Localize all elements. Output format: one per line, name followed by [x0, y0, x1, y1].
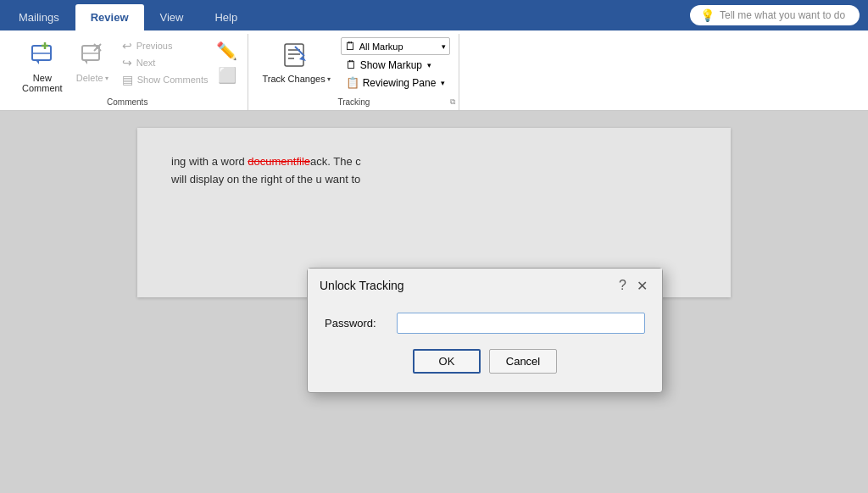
tab-review[interactable]: Review	[75, 4, 144, 30]
delete-button[interactable]: Delete ▾	[71, 37, 114, 100]
show-markup-icon: 🗒	[346, 58, 357, 71]
previous-icon: ↩	[122, 39, 132, 53]
previous-button[interactable]: ↩ Previous	[117, 37, 214, 54]
show-markup-label: Show Markup	[360, 59, 422, 71]
dialog-ok-button[interactable]: OK	[413, 349, 481, 374]
tab-mailings[interactable]: Mailings	[3, 4, 75, 30]
delete-icon	[79, 41, 106, 71]
dialog-controls: ? ✕	[619, 277, 650, 294]
comments-group-label: Comments	[7, 97, 248, 107]
ribbon-body: New Comment Delete ▾	[0, 30, 868, 111]
delete-label: Delete	[76, 73, 103, 83]
dialog-buttons: OK Cancel	[325, 346, 645, 384]
tracking-expand-icon[interactable]: ⧉	[450, 97, 455, 107]
tab-help[interactable]: Help	[199, 4, 253, 30]
all-markup-arrow: ▾	[442, 42, 446, 51]
dialog-help-icon[interactable]: ?	[619, 278, 626, 293]
all-markup-icon: 🗒	[345, 40, 356, 53]
next-button[interactable]: ↪ Next	[117, 54, 214, 71]
comment-nav-col: ↩ Previous ↪ Next ▤ Show Comments	[117, 37, 214, 105]
track-changes-label: Track Changes	[262, 74, 325, 84]
search-bar[interactable]: 💡 Tell me what you want to do	[690, 5, 860, 25]
document-area: ing with a word documentfileack. The c w…	[0, 111, 868, 493]
previous-label: Previous	[136, 41, 173, 51]
next-label: Next	[136, 58, 156, 68]
ribbon-group-comments: New Comment Delete ▾	[7, 34, 248, 110]
dialog-password-input[interactable]	[397, 313, 645, 334]
reviewing-pane-button[interactable]: 📋 Reviewing Pane ▾	[341, 75, 451, 91]
track-changes-arrow: ▾	[327, 75, 331, 83]
search-placeholder: Tell me what you want to do	[720, 9, 845, 21]
dialog-password-field: Password:	[325, 313, 645, 334]
dialog-body: Password: OK Cancel	[308, 301, 662, 392]
dialog-close-button[interactable]: ✕	[633, 277, 650, 294]
dialog-password-label: Password:	[325, 317, 388, 330]
dialog-overlay: Unlock Tracking ? ✕ Password: OK Cancel	[0, 111, 868, 493]
eraser-icon: ⬜	[218, 66, 236, 85]
pen-col: ✏️ ⬜	[216, 37, 237, 102]
show-comments-button[interactable]: ▤ Show Comments	[117, 71, 214, 88]
reviewing-pane-arrow: ▾	[441, 79, 445, 87]
lightbulb-icon: 💡	[700, 8, 715, 22]
show-comments-icon: ▤	[122, 73, 133, 86]
ribbon: Mailings Review View Help 💡 Tell me what…	[0, 0, 868, 111]
show-comments-label: Show Comments	[137, 75, 209, 85]
svg-marker-15	[299, 56, 306, 61]
dialog-cancel-button[interactable]: Cancel	[489, 349, 557, 374]
all-markup-label: All Markup	[359, 42, 403, 52]
new-comment-icon	[29, 41, 56, 71]
dialog-titlebar: Unlock Tracking ? ✕	[308, 269, 662, 301]
pen-icon: ✏️	[216, 41, 237, 61]
reviewing-pane-label: Reviewing Pane	[363, 77, 437, 89]
tab-view[interactable]: View	[145, 4, 199, 30]
ribbon-tab-bar: Mailings Review View Help 💡 Tell me what…	[0, 0, 868, 30]
reviewing-pane-icon: 📋	[346, 76, 359, 89]
tracking-group-label: Tracking	[248, 97, 459, 107]
dialog-title: Unlock Tracking	[320, 279, 404, 292]
next-icon: ↪	[122, 56, 132, 69]
new-comment-label: New Comment	[22, 73, 63, 93]
track-changes-button[interactable]: Track Changes ▾	[257, 37, 335, 101]
ribbon-group-tracking: Track Changes ▾ 🗒 All Markup ▾ 🗒 Show Ma…	[248, 34, 459, 110]
all-markup-select[interactable]: 🗒 All Markup ▾	[341, 37, 451, 55]
show-markup-arrow: ▾	[427, 61, 431, 69]
track-changes-icon	[282, 41, 311, 72]
svg-rect-10	[285, 44, 303, 66]
delete-dropdown-arrow: ▾	[105, 75, 108, 82]
unlock-tracking-dialog: Unlock Tracking ? ✕ Password: OK Cancel	[307, 268, 663, 393]
show-markup-button[interactable]: 🗒 Show Markup ▾	[341, 57, 451, 73]
